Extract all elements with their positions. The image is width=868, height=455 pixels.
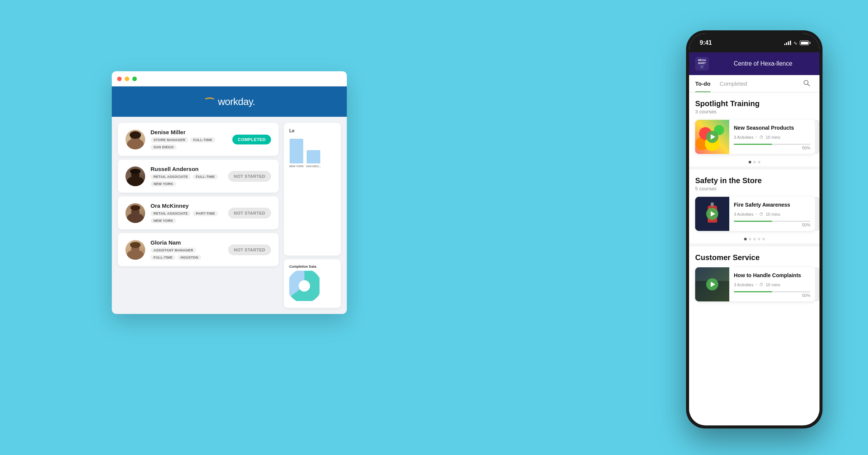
phone-status-bar: 9:41 ∿ (689, 33, 819, 52)
course-row-customer: How to Handle Complaints 3 Activities ⏱ … (689, 264, 819, 305)
course-thumbnail-seasonal (695, 120, 729, 154)
carousel-dot (758, 161, 760, 163)
emp-name-ora: Ora McKinney (150, 202, 223, 209)
section-spotlight: Spotlight Training 3 courses (689, 93, 819, 116)
workday-text: workday. (218, 96, 255, 108)
carousel-dots-seasonal (689, 158, 819, 166)
section-customer: Customer Service (689, 246, 819, 264)
section-subtitle-spotlight: 3 courses (695, 109, 813, 115)
progress-label-seasonal: 50% (734, 146, 810, 150)
section-subtitle-safety: 5 courses (695, 186, 813, 191)
meta-dot (756, 136, 757, 138)
workday-header: workday. (112, 86, 347, 117)
carousel-dots-fire (689, 235, 819, 243)
app-logo-content: MEGA MART 🛒 (698, 59, 706, 68)
activities-fire: 3 Activities (734, 212, 754, 217)
search-button[interactable] (800, 76, 813, 91)
status-icons: ∿ (784, 40, 809, 46)
play-button-fire[interactable] (706, 208, 718, 220)
status-badge-not-started: NOT STARTED (228, 171, 271, 182)
progress-bar-customer: 50% (734, 291, 810, 298)
tab-completed[interactable]: Completed (720, 75, 747, 92)
avatar-ora (125, 203, 145, 223)
play-triangle-icon (711, 211, 715, 217)
emp-info-ora: Ora McKinney RETAIL ASSOCIATE PART-TIME … (150, 202, 223, 223)
signal-bars-icon (784, 41, 791, 45)
workday-arc-icon (204, 97, 216, 104)
carousel-dot-active (749, 161, 751, 163)
section-title-spotlight: Spotlight Training (695, 99, 813, 108)
desktop-right-panel: Le NEW YORK SAN DIEG... Completion Data (284, 123, 341, 308)
progress-track (734, 144, 810, 145)
play-triangle-icon (711, 282, 715, 287)
course-meta-seasonal: 3 Activities ⏱ 10 mins (734, 135, 810, 140)
search-icon (803, 79, 810, 87)
status-time: 9:41 (700, 39, 712, 46)
emp-tag: RETAIL ASSOCIATE (150, 174, 191, 179)
titlebar-dot-red (117, 77, 122, 81)
workday-logo: workday. (204, 96, 255, 108)
logo-icon: 🛒 (698, 65, 706, 69)
app-header: MEGA MART 🛒 Centre of Hexa-llence (689, 52, 819, 75)
duration-seasonal: 10 mins (766, 135, 780, 140)
svg-point-3 (804, 80, 808, 85)
status-badge-not-started: NOT STARTED (228, 245, 271, 255)
bar-fill-newyork (290, 139, 303, 163)
play-button-seasonal[interactable] (706, 131, 718, 143)
course-card-customer[interactable]: How to Handle Complaints 3 Activities ⏱ … (695, 267, 815, 301)
desktop-titlebar (112, 71, 347, 86)
battery-icon (800, 41, 809, 45)
app-content[interactable]: Spotlight Training 3 courses New Seasona… (689, 93, 819, 424)
section-safety: Safety in the Store 5 courses (689, 169, 819, 193)
course-row-fire: Fire Safety Awareness 3 Activities ⏱ 10 … (689, 193, 819, 235)
emp-info-russell: Russell Anderson RETAIL ASSOCIATE FULL-T… (150, 166, 223, 187)
section-title-safety: Safety in the Store (695, 176, 813, 185)
section-title-customer: Customer Service (695, 253, 813, 262)
right-card-stub (815, 197, 819, 231)
wifi-icon: ∿ (793, 40, 797, 46)
tab-todo[interactable]: To-do (695, 75, 711, 92)
desktop-panel: workday. Denise Miller STORE MANAGER (112, 71, 347, 314)
bar-item-newyork: NEW YORK (289, 139, 304, 168)
emp-tags-ora: RETAIL ASSOCIATE PART-TIME NEW YORK (150, 211, 223, 223)
progress-label-customer: 50% (734, 293, 810, 298)
carousel-dot (758, 238, 760, 240)
course-name-seasonal: New Seasonal Products (734, 124, 810, 131)
progress-track (734, 221, 810, 222)
signal-bar-2 (786, 42, 787, 45)
pie-label: Completion Data (289, 265, 335, 268)
status-badge-not-started: NOT STARTED (228, 208, 271, 218)
play-button-customer[interactable] (706, 278, 718, 290)
desktop-content: Denise Miller STORE MANAGER FULL-TIME SA… (112, 117, 347, 314)
emp-tag: FULL-TIME (193, 174, 218, 179)
avatar-gloria (125, 240, 145, 260)
emp-tag: PART-TIME (193, 211, 218, 216)
emp-tag: RETAIL ASSOCIATE (150, 211, 191, 216)
employee-card: Russell Anderson RETAIL ASSOCIATE FULL-T… (118, 160, 279, 193)
emp-info-denise: Denise Miller STORE MANAGER FULL-TIME SA… (150, 129, 227, 150)
employee-list: Denise Miller STORE MANAGER FULL-TIME SA… (118, 123, 279, 308)
duration-customer: 10 mins (766, 282, 780, 287)
logo-mega: MEGA (698, 59, 706, 62)
course-thumbnail-fire (695, 197, 729, 231)
bar-fill-sandiego (307, 150, 320, 163)
course-thumbnail-customer (695, 267, 729, 301)
avatar-denise (125, 130, 145, 149)
course-card-seasonal[interactable]: New Seasonal Products 3 Activities ⏱ 10 … (695, 120, 815, 154)
emp-tags-russell: RETAIL ASSOCIATE FULL-TIME NEW YORK (150, 174, 223, 187)
progress-label-fire: 50% (734, 223, 810, 227)
titlebar-dot-green (132, 77, 137, 81)
status-badge-completed: COMPLETED (232, 135, 271, 144)
play-triangle-icon (711, 134, 715, 140)
emp-tag: FULL-TIME (190, 137, 215, 143)
emp-name-russell: Russell Anderson (150, 166, 223, 172)
clock-icon-seasonal: ⏱ (759, 135, 763, 140)
carousel-dot (753, 161, 756, 163)
activities-customer: 3 Activities (734, 282, 754, 287)
emp-tags-gloria: ASSISTANT MANAGER FULL-TIME HOUSTON (150, 248, 223, 260)
progress-fill-fire (734, 221, 772, 222)
carousel-dot (753, 238, 756, 240)
meta-dot (756, 284, 757, 285)
progress-fill-seasonal (734, 144, 772, 145)
course-card-fire[interactable]: Fire Safety Awareness 3 Activities ⏱ 10 … (695, 197, 815, 231)
